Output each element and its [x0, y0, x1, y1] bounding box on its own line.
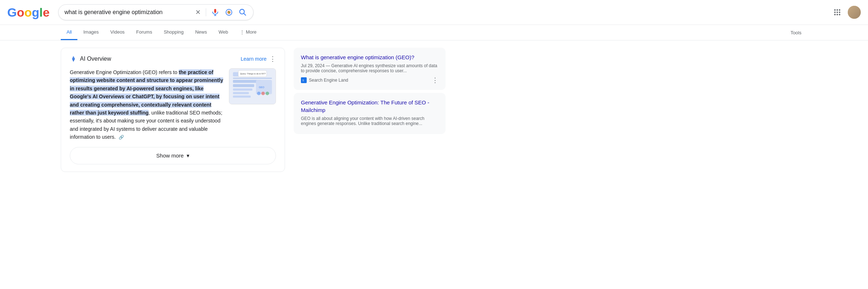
source-more-button-1[interactable]: ⋮ — [432, 76, 438, 84]
google-logo[interactable]: Google — [7, 5, 50, 20]
search-icons: ✕ — [195, 8, 247, 17]
svg-marker-14 — [72, 56, 75, 62]
svg-rect-9 — [839, 12, 841, 13]
tab-all[interactable]: All — [61, 25, 77, 40]
tab-images[interactable]: Images — [77, 25, 105, 40]
svg-text:S: S — [302, 79, 304, 82]
tab-more[interactable]: ⋮ More — [234, 25, 263, 40]
search-icon — [239, 8, 247, 16]
tab-videos[interactable]: Videos — [105, 25, 131, 40]
mic-button[interactable] — [210, 8, 220, 17]
svg-rect-6 — [839, 9, 841, 11]
source-more-icon-1: ⋮ — [432, 77, 438, 84]
svg-point-24 — [265, 92, 269, 95]
source-name-1: Search Engine Land — [309, 78, 348, 83]
svg-rect-26 — [233, 92, 249, 94]
svg-rect-4 — [834, 9, 836, 11]
source-panel: What is generative engine optimization (… — [294, 48, 446, 172]
ai-overview-actions: Learn more ⋮ — [241, 56, 276, 62]
lens-button[interactable] — [224, 8, 234, 17]
divider — [206, 8, 206, 16]
svg-rect-17 — [233, 78, 272, 78]
header: Google ✕ — [0, 0, 868, 25]
show-more-label: Show more — [156, 152, 184, 159]
more-options-button[interactable]: ⋮ — [269, 56, 276, 62]
apps-button[interactable] — [833, 8, 842, 17]
search-bar: ✕ — [58, 4, 254, 20]
ai-text-start: Generative Engine Optimization (GEO) ref… — [70, 69, 179, 75]
ai-image-thumbnail[interactable]: GEO Query: Things to do in NY? — [229, 68, 276, 104]
svg-rect-11 — [837, 14, 838, 16]
main-content: AI Overview Learn more ⋮ Generative Engi… — [0, 40, 506, 179]
ai-content: Generative Engine Optimization (GEO) ref… — [70, 68, 276, 141]
source-title-2[interactable]: Generative Engine Optimization: The Futu… — [301, 99, 438, 114]
show-more-chevron-icon: ▾ — [187, 152, 190, 159]
clear-icon: ✕ — [195, 8, 201, 16]
svg-rect-5 — [837, 9, 838, 11]
svg-text:Query: Things to do in NY?: Query: Things to do in NY? — [240, 73, 266, 75]
tab-news[interactable]: News — [190, 25, 213, 40]
svg-point-23 — [261, 92, 265, 95]
svg-point-22 — [257, 92, 261, 95]
header-right — [833, 6, 861, 19]
svg-line-3 — [244, 13, 246, 15]
source-card-2: Generative Engine Optimization: The Futu… — [294, 93, 446, 134]
source-date-1: Jul 29, 2024 — Generative AI engines syn… — [301, 63, 438, 73]
more-vert-icon: ⋮ — [269, 55, 276, 62]
search-input[interactable] — [64, 9, 191, 16]
svg-rect-10 — [834, 14, 836, 16]
svg-text:GEO: GEO — [259, 86, 264, 89]
clear-button[interactable]: ✕ — [195, 8, 201, 17]
source-link-icon: 🔗 — [119, 135, 124, 140]
svg-rect-27 — [233, 95, 251, 98]
svg-rect-7 — [834, 12, 836, 13]
ai-text: Generative Engine Optimization (GEO) ref… — [70, 68, 223, 141]
ai-overview-section: AI Overview Learn more ⋮ Generative Engi… — [61, 48, 285, 172]
source-domain-row-1: S Search Engine Land ⋮ — [301, 76, 438, 84]
tab-forums[interactable]: Forums — [131, 25, 158, 40]
tools-button[interactable]: Tools — [785, 26, 807, 40]
svg-rect-12 — [839, 14, 841, 16]
svg-rect-19 — [233, 84, 254, 87]
avatar[interactable] — [848, 6, 861, 19]
nav-tabs: All Images Videos Forums Shopping News W… — [0, 25, 868, 40]
ai-overview-label: AI Overview — [80, 56, 111, 62]
svg-rect-8 — [837, 12, 838, 13]
thumbnail-image: GEO Query: Things to do in NY? — [229, 69, 276, 104]
tab-shopping[interactable]: Shopping — [158, 25, 190, 40]
ai-overview-title: AI Overview — [70, 55, 111, 62]
lens-icon — [225, 8, 233, 16]
ai-text-highlighted: the practice of optimizing website conte… — [70, 69, 223, 116]
ai-overview-header: AI Overview Learn more ⋮ — [70, 55, 276, 62]
learn-more-button[interactable]: Learn more — [241, 56, 267, 62]
tab-web[interactable]: Web — [213, 25, 234, 40]
source-snippet-2: GEO is all about aligning your content w… — [301, 116, 438, 126]
show-more-button[interactable]: Show more ▾ — [70, 147, 276, 164]
ai-overview-card: AI Overview Learn more ⋮ Generative Engi… — [61, 48, 285, 172]
source-favicon-1: S — [301, 77, 307, 83]
svg-rect-25 — [233, 89, 252, 91]
source-title-1[interactable]: What is generative engine optimization (… — [301, 53, 438, 61]
source-card-1: What is generative engine optimization (… — [294, 48, 446, 90]
ai-diamond-icon — [70, 55, 77, 62]
more-dots-icon: ⋮ — [240, 29, 244, 35]
source-domain-1: S Search Engine Land — [301, 77, 348, 83]
search-button[interactable] — [238, 8, 247, 17]
apps-icon — [833, 8, 841, 16]
mic-icon — [211, 8, 219, 16]
